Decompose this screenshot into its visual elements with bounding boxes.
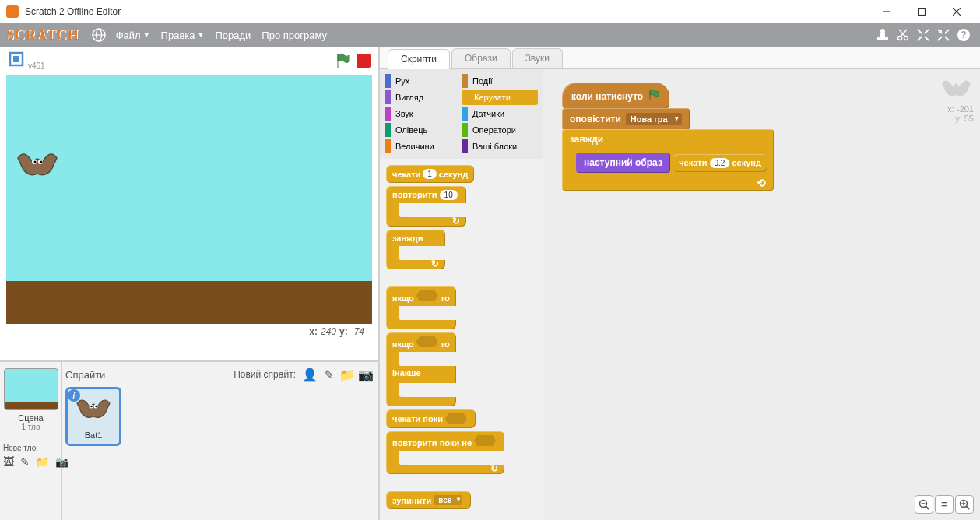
grow-icon[interactable] — [916, 28, 930, 42]
bat-sprite-on-stage[interactable] — [14, 146, 61, 185]
svg-point-33 — [95, 405, 97, 406]
menu-file[interactable]: Файл▼ — [116, 30, 150, 41]
block-repeat-until[interactable]: повторити поки не — [386, 431, 504, 474]
sprite-name: Bat1 — [85, 430, 103, 440]
svg-line-38 — [967, 507, 970, 510]
stage-header: v461 — [0, 47, 378, 75]
cat-motion[interactable]: Рух — [385, 73, 461, 89]
green-flag-icon — [648, 89, 660, 104]
block-forever[interactable]: завжди — [386, 230, 445, 269]
right-panel: Скрипти Образи Звуки Рух Події Вигляд Ке… — [380, 47, 980, 520]
stage[interactable]: x:240 y:-74 — [6, 75, 372, 357]
block-wait-until[interactable]: чекати поки — [386, 409, 476, 428]
tab-scripts[interactable]: Скрипти — [388, 49, 450, 69]
block-broadcast[interactable]: оповістити Нова гра — [562, 108, 690, 130]
svg-point-28 — [34, 161, 37, 163]
stamp-icon[interactable] — [876, 28, 890, 42]
block-forever-script[interactable]: завжди наступний образ чекати0.2секунд — [562, 129, 774, 191]
tab-costumes[interactable]: Образи — [451, 48, 511, 68]
zoom-out-button[interactable] — [915, 495, 933, 514]
block-wait-script[interactable]: чекати0.2секунд — [673, 154, 767, 172]
sprite-upload-icon[interactable]: 📁 — [339, 367, 355, 381]
sprite-info-corner: x: -201 y: 55 — [939, 75, 974, 123]
svg-line-14 — [918, 30, 922, 33]
backdrop-thumbnail[interactable] — [4, 368, 58, 410]
close-icon — [953, 8, 961, 16]
block-wait[interactable]: чекати1секунд — [386, 165, 474, 183]
help-icon[interactable]: ? — [957, 28, 971, 42]
maximize-icon — [918, 8, 926, 16]
minimize-icon — [883, 8, 890, 16]
svg-rect-7 — [877, 37, 888, 40]
block-categories: Рух Події Вигляд Керувати Звук Датчики О… — [380, 69, 543, 159]
svg-point-9 — [880, 29, 885, 33]
zoom-in-button[interactable] — [955, 495, 974, 514]
new-sprite-label: Новий спрайт: — [234, 369, 296, 380]
cat-events[interactable]: Події — [462, 73, 538, 89]
broadcast-dropdown[interactable]: Нова гра — [626, 113, 682, 125]
block-when-flag-clicked[interactable]: коли натиснуто — [562, 83, 669, 109]
window-title: Scratch 2 Offline Editor — [25, 6, 121, 17]
shrink-icon[interactable] — [936, 28, 950, 42]
script-area[interactable]: x: -201 y: 55 коли натиснуто оповістити … — [543, 69, 980, 520]
sprites-title: Спрайти — [65, 369, 105, 381]
backdrop-label: Сцена — [18, 413, 43, 423]
cat-control[interactable]: Керувати — [462, 90, 538, 105]
backdrop-paint-icon[interactable]: ✎ — [20, 455, 30, 468]
sprite-camera-icon[interactable]: 📷 — [358, 367, 374, 381]
script-stack[interactable]: коли натиснуто оповістити Нова гра завжд… — [562, 83, 774, 191]
new-backdrop-label: Нове тло: — [3, 444, 38, 452]
block-if-else[interactable]: якщото інакше — [386, 332, 456, 406]
minimize-button[interactable] — [869, 0, 904, 23]
svg-point-32 — [90, 405, 92, 406]
tab-sounds[interactable]: Звуки — [512, 48, 563, 68]
backdrop-library-icon[interactable]: 🖼 — [3, 455, 14, 468]
sprite-paint-icon[interactable]: ✎ — [321, 367, 336, 381]
block-palette: Рух Події Вигляд Керувати Звук Датчики О… — [380, 69, 543, 520]
fullscreen-icon[interactable] — [8, 51, 25, 71]
stage-coords: x:240 y:-74 — [6, 324, 372, 339]
titlebar: Scratch 2 Offline Editor — [0, 0, 980, 23]
menu-edit[interactable]: Правка▼ — [161, 30, 205, 41]
backdrop-upload-icon[interactable]: 📁 — [36, 455, 49, 468]
stop-icon[interactable] — [357, 54, 371, 68]
sprite-info-icon[interactable]: i — [68, 389, 80, 402]
cat-sound[interactable]: Звук — [385, 106, 461, 121]
scratch-logo: SCRATCH — [6, 27, 79, 44]
cat-sensing[interactable]: Датчики — [462, 106, 538, 121]
svg-line-20 — [938, 37, 942, 40]
cat-pen[interactable]: Олівець — [385, 122, 461, 138]
zoom-controls: = — [915, 495, 974, 514]
cat-operators[interactable]: Оператори — [462, 122, 538, 138]
block-repeat[interactable]: повторити10 — [386, 186, 466, 227]
scissors-icon[interactable] — [896, 28, 910, 42]
menubar: SCRATCH Файл▼ Правка▼ Поради Про програм… — [0, 23, 980, 47]
block-if[interactable]: якщото — [386, 286, 456, 329]
language-icon[interactable] — [91, 27, 107, 43]
cat-data[interactable]: Величини — [385, 139, 461, 154]
block-stop[interactable]: зупинитивсе — [386, 491, 471, 509]
zoom-reset-button[interactable]: = — [935, 495, 954, 514]
cat-looks[interactable]: Вигляд — [385, 90, 461, 105]
svg-rect-1 — [918, 9, 925, 16]
tabs-row: Скрипти Образи Звуки — [380, 47, 980, 69]
svg-line-16 — [918, 37, 922, 40]
sprite-item[interactable]: i Bat1 — [65, 387, 121, 446]
left-panel: v461 x:240 y:-74 Сцена 1 тло — [0, 47, 380, 520]
sprite-library-icon[interactable]: 👤 — [302, 367, 318, 381]
maximize-button[interactable] — [904, 0, 939, 23]
project-title: v461 — [28, 61, 45, 70]
svg-line-19 — [945, 30, 949, 33]
svg-point-29 — [40, 161, 43, 163]
block-next-costume[interactable]: наступний образ — [576, 153, 670, 173]
backdrop-sublabel: 1 тло — [21, 423, 40, 431]
green-flag-icon[interactable] — [335, 52, 352, 69]
close-button[interactable] — [939, 0, 974, 23]
menu-tips[interactable]: Поради — [215, 30, 251, 41]
sprites-panel: Сцена 1 тло Нове тло: 🖼 ✎ 📁 📷 Спрайти Но… — [0, 360, 378, 520]
svg-text:?: ? — [961, 30, 966, 40]
cat-more[interactable]: Ваші блоки — [462, 139, 538, 154]
menu-about[interactable]: Про програму — [262, 30, 327, 41]
svg-line-17 — [925, 37, 929, 40]
svg-rect-25 — [13, 56, 19, 62]
